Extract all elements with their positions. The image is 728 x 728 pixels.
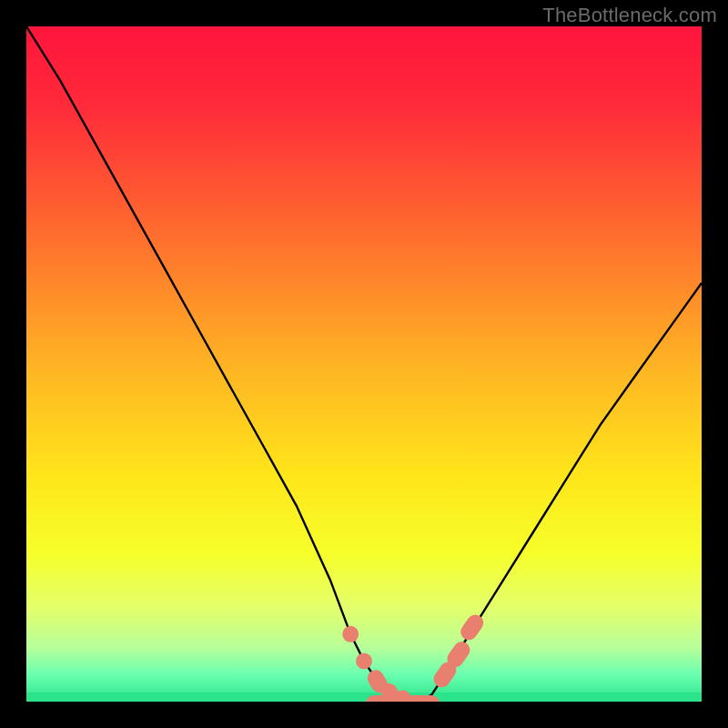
curve-marker: [403, 695, 440, 712]
bottom-green-band: [26, 693, 702, 702]
attribution-label: TheBottleneck.com: [542, 4, 717, 27]
curve-marker: [356, 653, 372, 670]
gradient-background: [26, 26, 702, 702]
curve-marker: [342, 626, 359, 642]
chart-stage: TheBottleneck.com: [0, 0, 728, 728]
bottleneck-chart: [0, 0, 728, 728]
